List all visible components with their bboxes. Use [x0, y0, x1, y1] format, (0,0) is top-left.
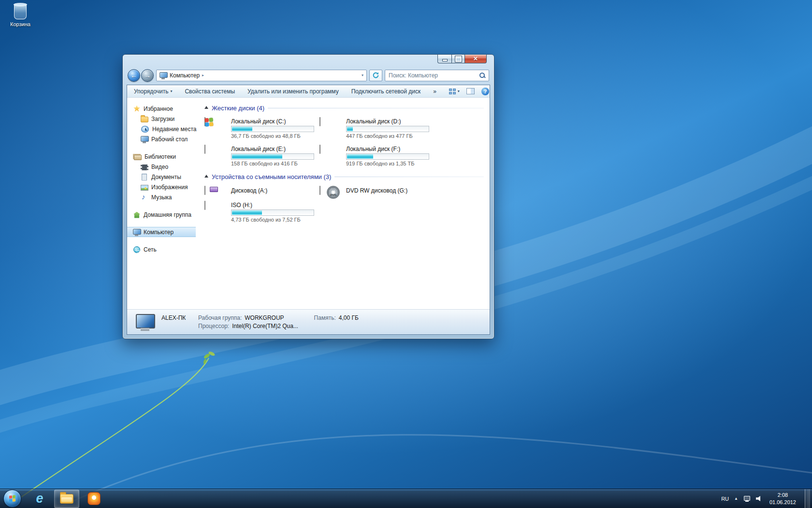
- desktop-icon: [141, 135, 148, 143]
- sidebar-item-documents[interactable]: Документы: [127, 172, 196, 182]
- refresh-icon: [372, 72, 379, 79]
- cpu-value: Intel(R) Core(TM)2 Qua...: [232, 323, 298, 329]
- sidebar-item-network[interactable]: Сеть: [127, 244, 196, 254]
- sidebar-item-desktop[interactable]: Рабочий стол: [127, 134, 196, 144]
- documents-icon: [142, 174, 147, 180]
- collapse-arrow-icon: [204, 106, 208, 109]
- show-desktop-button[interactable]: [805, 489, 810, 508]
- help-button[interactable]: [481, 88, 489, 95]
- window-body: Избранное Загрузки Недавние места Рабочи…: [127, 98, 490, 309]
- drive-item-a[interactable]: Дисковод (A:): [204, 186, 319, 195]
- hdd-grid: Локальный диск (C:) 36,7 ГБ свободно из …: [204, 118, 484, 166]
- capacity-bar: [231, 153, 314, 160]
- organize-menu[interactable]: Упорядочить: [134, 88, 172, 95]
- hard-drive-icon: [204, 201, 205, 210]
- map-network-drive-button[interactable]: Подключить сетевой диск: [351, 88, 420, 95]
- hard-drive-icon: [319, 145, 320, 154]
- chevron-down-icon: [458, 89, 460, 93]
- search-box[interactable]: [385, 70, 489, 81]
- homegroup-icon: [133, 212, 140, 218]
- sidebar-item-music[interactable]: Музыка: [127, 192, 196, 202]
- system-tray: RU 2:08 01.06.2012: [721, 489, 812, 508]
- back-button[interactable]: [128, 69, 140, 82]
- floppy-drive-icon: [204, 186, 205, 195]
- address-dropdown-icon[interactable]: [362, 73, 363, 77]
- caption-buttons: [437, 55, 487, 63]
- capacity-bar: [231, 126, 314, 132]
- recycle-bin-icon: [14, 4, 27, 19]
- preview-pane-button[interactable]: [466, 88, 475, 94]
- volume-icon[interactable]: [756, 496, 762, 502]
- hidden-icons-arrow-icon[interactable]: [734, 496, 738, 501]
- sidebar-item-video[interactable]: Видео: [127, 162, 196, 172]
- details-pane: ALEX-ПК Рабочая группа: WORKGROUP Память…: [127, 309, 490, 334]
- drive-item-f[interactable]: Локальный диск (F:) 919 ГБ свободно из 1…: [319, 145, 435, 166]
- sidebar-item-favorites[interactable]: Избранное: [127, 104, 196, 114]
- view-icon: [449, 89, 456, 94]
- change-view-button[interactable]: [449, 89, 460, 94]
- language-indicator[interactable]: RU: [721, 496, 729, 502]
- music-icon: [141, 194, 148, 201]
- refresh-button[interactable]: [369, 70, 382, 81]
- file-list: Жесткие диски (4) Локальный диск (C:) 36…: [196, 98, 490, 309]
- search-input[interactable]: [389, 72, 479, 79]
- navigation-pane: Избранное Загрузки Недавние места Рабочи…: [127, 98, 196, 309]
- sidebar-item-downloads[interactable]: Загрузки: [127, 114, 196, 124]
- hard-drive-icon: [319, 117, 320, 126]
- drive-item-c[interactable]: Локальный диск (C:) 36,7 ГБ свободно из …: [204, 118, 319, 139]
- start-button[interactable]: [3, 490, 21, 508]
- computer-name: ALEX-ПК: [161, 314, 195, 321]
- recycle-bin-label: Корзина: [5, 21, 36, 27]
- network-tray-icon[interactable]: [743, 495, 751, 502]
- sidebar-item-libraries[interactable]: Библиотеки: [127, 151, 196, 162]
- breadcrumb-arrow-icon[interactable]: [202, 73, 204, 77]
- drive-item-g[interactable]: DVD RW дисковод (G:): [319, 186, 435, 195]
- recent-places-icon: [141, 126, 149, 133]
- group-header-removable[interactable]: Устройства со съемными носителями (3): [204, 171, 484, 182]
- explorer-window: Компьютер Упорядочить Свойства системы: [122, 54, 494, 339]
- forward-button[interactable]: [141, 69, 154, 82]
- dvd-disc-icon: [327, 186, 340, 199]
- clock[interactable]: 2:08 01.06.2012: [768, 492, 798, 506]
- system-properties-button[interactable]: Свойства системы: [185, 88, 235, 95]
- taskbar: e RU 2:08 01.06.2012: [0, 489, 812, 508]
- collapse-arrow-icon: [204, 175, 208, 178]
- windows-flag-icon: [9, 495, 15, 502]
- windows-flag-icon: [204, 118, 213, 126]
- address-bar: Компьютер: [128, 69, 489, 82]
- sidebar-item-computer[interactable]: Компьютер: [127, 227, 196, 237]
- drive-item-h[interactable]: ISO (H:) 4,73 ГБ свободно из 7,52 ГБ: [204, 201, 319, 223]
- star-icon: [133, 105, 140, 112]
- details-text: ALEX-ПК Рабочая группа: WORKGROUP Память…: [161, 314, 359, 329]
- dvd-drive-icon: [319, 186, 320, 195]
- drive-item-d[interactable]: Локальный диск (D:) 447 ГБ свободно из 4…: [319, 118, 435, 139]
- maximize-button[interactable]: [451, 55, 465, 63]
- network-icon: [133, 246, 140, 253]
- sidebar-item-recent-places[interactable]: Недавние места: [127, 124, 196, 134]
- taskbar-ie-button[interactable]: e: [27, 490, 52, 508]
- taskbar-media-player-button[interactable]: [81, 490, 106, 508]
- window-client-area: Упорядочить Свойства системы Удалить или…: [127, 85, 490, 335]
- computer-icon: [133, 228, 141, 236]
- recycle-bin[interactable]: Корзина: [5, 4, 36, 27]
- chevron-down-icon: [170, 89, 172, 93]
- address-box[interactable]: Компьютер: [156, 70, 367, 81]
- command-bar: Упорядочить Свойства системы Удалить или…: [127, 85, 490, 98]
- group-header-hdd[interactable]: Жесткие диски (4): [204, 103, 484, 113]
- taskbar-explorer-button[interactable]: [54, 490, 79, 508]
- removable-grid: Дисковод (A:) DVD RW дисковод (G:) ISO (…: [204, 186, 484, 223]
- close-button[interactable]: [465, 55, 487, 63]
- video-icon: [141, 164, 148, 170]
- capacity-bar: [231, 209, 314, 216]
- toolbar-overflow-button[interactable]: »: [433, 88, 436, 95]
- breadcrumb[interactable]: Компьютер: [170, 72, 200, 79]
- minimize-button[interactable]: [437, 55, 451, 63]
- sidebar-item-pictures[interactable]: Изображения: [127, 182, 196, 192]
- date: 01.06.2012: [769, 499, 796, 506]
- toolbar-right-group: [449, 88, 489, 95]
- drive-item-e[interactable]: Локальный диск (E:) 158 ГБ свободно из 4…: [204, 145, 319, 166]
- downloads-folder-icon: [141, 117, 148, 122]
- uninstall-program-button[interactable]: Удалить или изменить программу: [247, 88, 339, 95]
- floppy-disk-icon: [210, 187, 218, 192]
- sidebar-item-homegroup[interactable]: Домашняя группа: [127, 209, 196, 220]
